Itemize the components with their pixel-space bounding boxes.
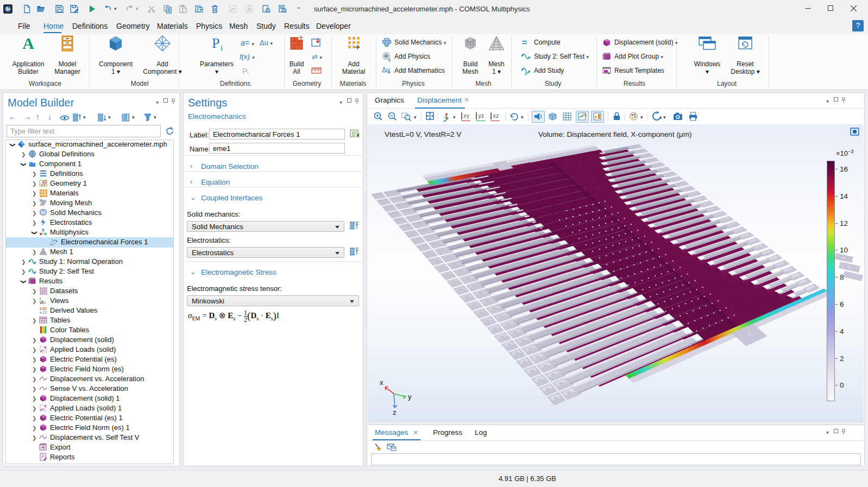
svg-text:P: P xyxy=(212,35,219,51)
svg-text:Δu: Δu xyxy=(382,66,390,74)
svg-text:A: A xyxy=(22,34,34,52)
svg-text:8.85: 8.85 xyxy=(40,307,47,311)
svg-text:y: y xyxy=(408,393,412,401)
svg-text:i: i xyxy=(221,43,223,52)
svg-text:x: x xyxy=(380,378,383,387)
svg-text:z: z xyxy=(393,408,397,416)
svg-text:e-12: e-12 xyxy=(40,311,47,314)
